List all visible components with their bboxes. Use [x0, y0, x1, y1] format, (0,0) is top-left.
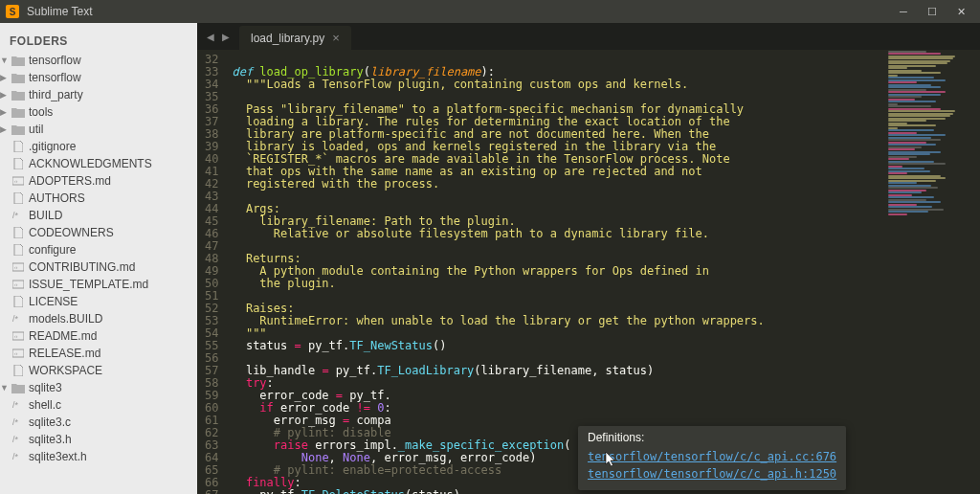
code-line[interactable]: """Loads a TensorFlow plugin, containing… [232, 79, 980, 91]
nav-forward-icon[interactable]: ▶ [222, 32, 230, 42]
tab-active[interactable]: load_library.py × [239, 26, 351, 50]
definition-link[interactable]: tensorflow/tensorflow/c/c_api.cc:676 [588, 448, 836, 465]
definition-link[interactable]: tensorflow/tensorflow/c/c_api.h:1250 [588, 465, 836, 483]
svg-text:‹›: ‹› [14, 264, 18, 270]
minimap-line [888, 86, 941, 88]
file-label: ACKNOWLEDGMENTS [29, 157, 152, 170]
file-item[interactable]: AUTHORS [0, 190, 197, 207]
folder-icon [11, 124, 25, 135]
code-editor[interactable]: 3233343536373839404142434445464748495051… [197, 50, 980, 494]
file-icon: /* [11, 313, 25, 325]
tab-label: load_library.py [251, 32, 324, 45]
minimap-line [888, 129, 934, 131]
file-item[interactable]: LICENSE [0, 293, 197, 310]
file-item[interactable]: /*models.BUILD [0, 310, 197, 327]
code-line[interactable] [232, 290, 980, 303]
file-item[interactable]: ‹›ADOPTERS.md [0, 172, 197, 190]
window-maximize-button[interactable]: ☐ [926, 6, 938, 18]
file-item[interactable]: ‹›README.md [0, 327, 197, 345]
tab-bar: ◀ ▶ load_library.py × [197, 23, 980, 50]
folder-icon [11, 106, 25, 118]
file-item[interactable]: /*shell.c [0, 396, 197, 414]
disclosure-triangle-icon[interactable]: ▶ [0, 124, 10, 134]
disclosure-triangle-icon[interactable]: ▼ [0, 383, 10, 393]
file-icon [11, 365, 25, 376]
disclosure-triangle-icon[interactable]: ▶ [0, 73, 10, 82]
file-label: AUTHORS [29, 191, 85, 205]
file-label: ADOPTERS.md [29, 174, 111, 188]
file-item[interactable]: ‹›CONTRIBUTING.md [0, 258, 197, 276]
file-item[interactable]: /*sqlite3.h [0, 431, 197, 448]
minimap-line [888, 201, 941, 203]
title-bar: S Sublime Text ─ ☐ ✕ [0, 0, 980, 23]
file-label: CODEOWNERS [29, 226, 114, 239]
code-line[interactable] [232, 191, 980, 203]
file-item[interactable]: WORKSPACE [0, 362, 197, 379]
folder-label: tensorflow [29, 71, 81, 84]
folder-icon [11, 89, 25, 101]
folder-sidebar[interactable]: FOLDERS ▼tensorflow▶tensorflow▶third_par… [0, 23, 197, 494]
folder-icon [11, 72, 25, 83]
minimap-line [888, 158, 909, 160]
minimap-line [888, 196, 934, 198]
file-label: .gitignore [29, 140, 76, 153]
file-item[interactable]: ‹›RELEASE.md [0, 345, 197, 362]
folder-item[interactable]: ▶tensorflow [0, 69, 197, 86]
minimap-line [888, 213, 907, 215]
file-item[interactable]: /*sqlite3.c [0, 414, 197, 431]
folder-item[interactable]: ▶tools [0, 103, 197, 121]
file-item[interactable]: configure [0, 241, 197, 258]
minimap-line [888, 134, 946, 136]
minimap-line [888, 206, 932, 208]
folder-root[interactable]: ▼sqlite3 [0, 379, 197, 396]
code-line[interactable]: lib_handle = py_tf.TF_LoadLibrary(librar… [232, 365, 980, 377]
code-line[interactable]: the plugin. [232, 278, 980, 290]
file-item[interactable]: /*BUILD [0, 207, 197, 224]
file-label: sqlite3.h [29, 433, 72, 446]
disclosure-triangle-icon[interactable]: ▼ [0, 56, 10, 65]
folder-label: sqlite3 [29, 381, 62, 394]
file-item[interactable]: .gitignore [0, 138, 197, 155]
code-line[interactable] [232, 240, 980, 253]
file-label: WORKSPACE [29, 364, 102, 377]
svg-text:‹›: ‹› [14, 333, 18, 339]
file-icon: /* [11, 210, 25, 221]
code-line[interactable]: RuntimeError: when unable to load the li… [232, 315, 980, 327]
disclosure-triangle-icon[interactable]: ▶ [0, 107, 10, 117]
folder-item[interactable]: ▶third_party [0, 86, 197, 103]
minimap-line [888, 163, 946, 165]
file-item[interactable]: CODEOWNERS [0, 224, 197, 241]
folder-root[interactable]: ▼tensorflow [0, 52, 197, 69]
tab-close-icon[interactable]: × [332, 31, 340, 45]
minimap-line [888, 144, 936, 146]
line-number: 67 [205, 489, 218, 494]
code-line[interactable]: status = py_tf.TF_NewStatus() [232, 340, 980, 352]
minimap[interactable] [884, 50, 980, 494]
svg-text:‹›: ‹› [14, 281, 18, 287]
file-icon [11, 192, 25, 204]
svg-text:‹›: ‹› [14, 178, 18, 184]
folder-icon [11, 55, 25, 66]
file-icon [11, 158, 25, 169]
minimap-line [888, 110, 955, 112]
disclosure-triangle-icon[interactable]: ▶ [0, 90, 10, 100]
minimap-line [888, 168, 924, 169]
code-line[interactable]: A python module containing the Python wr… [232, 265, 980, 278]
window-title: Sublime Text [27, 5, 898, 18]
window-minimize-button[interactable]: ─ [898, 6, 909, 18]
file-item[interactable]: /*sqlite3ext.h [0, 448, 197, 465]
minimap-line [888, 72, 941, 74]
folder-item[interactable]: ▶util [0, 121, 197, 138]
minimap-line [888, 101, 936, 102]
code-line[interactable]: Relative or absolute filesystem path to … [232, 228, 980, 240]
minimap-line [888, 148, 915, 150]
code-line[interactable]: registered with the process. [232, 178, 980, 191]
folder-label: tensorflow [29, 54, 81, 67]
window-close-button[interactable]: ✕ [955, 6, 967, 18]
file-item[interactable]: ACKNOWLEDGMENTS [0, 155, 197, 172]
file-label: sqlite3.c [29, 415, 71, 429]
nav-back-icon[interactable]: ◀ [207, 32, 214, 42]
file-item[interactable]: ‹›ISSUE_TEMPLATE.md [0, 276, 197, 293]
minimap-line [888, 187, 938, 189]
minimap-line [888, 172, 907, 174]
